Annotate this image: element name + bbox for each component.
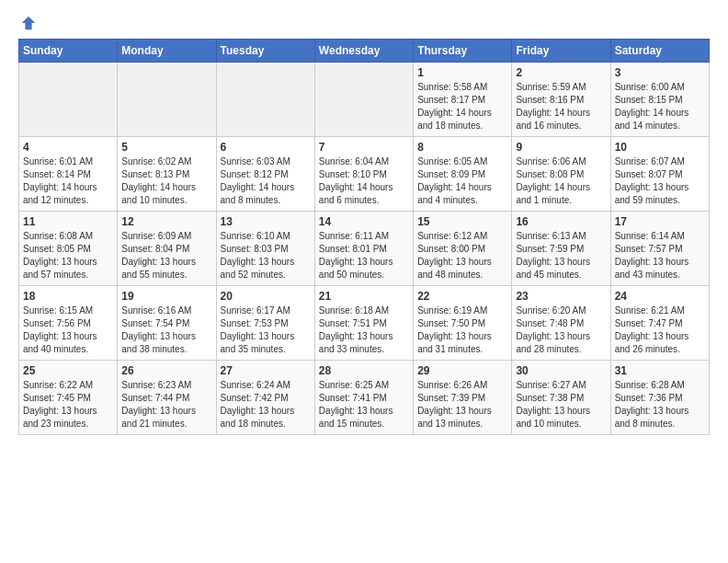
day-number: 28 — [319, 364, 409, 377]
calendar-cell: 16Sunrise: 6:13 AM Sunset: 7:59 PM Dayli… — [512, 212, 610, 286]
calendar-cell: 1Sunrise: 5:58 AM Sunset: 8:17 PM Daylig… — [414, 63, 512, 137]
weekday-header-wednesday: Wednesday — [314, 40, 413, 63]
day-number: 14 — [319, 215, 409, 228]
week-row-1: 1Sunrise: 5:58 AM Sunset: 8:17 PM Daylig… — [19, 63, 710, 137]
calendar-cell — [118, 63, 216, 137]
day-number: 15 — [417, 215, 507, 228]
day-number: 11 — [23, 215, 113, 228]
day-number: 6 — [221, 141, 311, 154]
calendar-cell: 25Sunrise: 6:22 AM Sunset: 7:45 PM Dayli… — [19, 361, 118, 435]
cell-info: Sunrise: 6:18 AM Sunset: 7:51 PM Dayligh… — [319, 304, 409, 356]
calendar-cell: 12Sunrise: 6:09 AM Sunset: 8:04 PM Dayli… — [118, 212, 216, 286]
day-number: 18 — [23, 290, 113, 303]
weekday-header-thursday: Thursday — [414, 40, 512, 63]
cell-info: Sunrise: 6:03 AM Sunset: 8:12 PM Dayligh… — [221, 155, 311, 207]
calendar-cell: 14Sunrise: 6:11 AM Sunset: 8:01 PM Dayli… — [314, 212, 413, 286]
cell-info: Sunrise: 6:28 AM Sunset: 7:36 PM Dayligh… — [615, 379, 705, 431]
cell-info: Sunrise: 6:14 AM Sunset: 7:57 PM Dayligh… — [615, 230, 705, 282]
day-number: 21 — [319, 290, 409, 303]
cell-info: Sunrise: 6:05 AM Sunset: 8:09 PM Dayligh… — [417, 155, 507, 207]
calendar-cell: 15Sunrise: 6:12 AM Sunset: 8:00 PM Dayli… — [414, 212, 512, 286]
calendar-cell: 6Sunrise: 6:03 AM Sunset: 8:12 PM Daylig… — [216, 137, 314, 212]
cell-info: Sunrise: 6:08 AM Sunset: 8:05 PM Dayligh… — [23, 230, 113, 282]
calendar-cell: 30Sunrise: 6:27 AM Sunset: 7:38 PM Dayli… — [512, 361, 610, 435]
day-number: 1 — [417, 66, 507, 79]
day-number: 2 — [516, 66, 606, 79]
day-number: 22 — [417, 290, 507, 303]
day-number: 4 — [23, 141, 113, 154]
day-number: 20 — [221, 290, 311, 303]
cell-info: Sunrise: 5:58 AM Sunset: 8:17 PM Dayligh… — [417, 81, 507, 132]
day-number: 17 — [615, 215, 705, 228]
weekday-header-saturday: Saturday — [610, 40, 709, 63]
week-row-5: 25Sunrise: 6:22 AM Sunset: 7:45 PM Dayli… — [19, 361, 710, 435]
cell-info: Sunrise: 6:25 AM Sunset: 7:41 PM Dayligh… — [319, 379, 409, 431]
weekday-header-sunday: Sunday — [19, 40, 118, 63]
cell-info: Sunrise: 6:13 AM Sunset: 7:59 PM Dayligh… — [516, 230, 606, 282]
cell-info: Sunrise: 6:19 AM Sunset: 7:50 PM Dayligh… — [417, 304, 507, 356]
calendar-cell: 22Sunrise: 6:19 AM Sunset: 7:50 PM Dayli… — [414, 286, 512, 361]
cell-info: Sunrise: 6:09 AM Sunset: 8:04 PM Dayligh… — [121, 230, 211, 282]
cell-info: Sunrise: 6:11 AM Sunset: 8:01 PM Dayligh… — [319, 230, 409, 282]
calendar-cell — [19, 63, 118, 137]
cell-info: Sunrise: 6:02 AM Sunset: 8:13 PM Dayligh… — [121, 155, 211, 207]
calendar-cell: 4Sunrise: 6:01 AM Sunset: 8:14 PM Daylig… — [19, 137, 118, 212]
calendar-cell: 24Sunrise: 6:21 AM Sunset: 7:47 PM Dayli… — [610, 286, 709, 361]
cell-info: Sunrise: 6:06 AM Sunset: 8:08 PM Dayligh… — [516, 155, 606, 207]
calendar-cell: 17Sunrise: 6:14 AM Sunset: 7:57 PM Dayli… — [610, 212, 709, 286]
cell-info: Sunrise: 6:15 AM Sunset: 7:56 PM Dayligh… — [23, 304, 113, 356]
cell-info: Sunrise: 6:20 AM Sunset: 7:48 PM Dayligh… — [516, 304, 606, 356]
calendar-cell: 31Sunrise: 6:28 AM Sunset: 7:36 PM Dayli… — [610, 361, 709, 435]
cell-info: Sunrise: 6:17 AM Sunset: 7:53 PM Dayligh… — [221, 304, 311, 356]
cell-info: Sunrise: 6:27 AM Sunset: 7:38 PM Dayligh… — [516, 379, 606, 431]
day-number: 30 — [516, 364, 606, 377]
calendar-cell: 2Sunrise: 5:59 AM Sunset: 8:16 PM Daylig… — [512, 63, 610, 137]
day-number: 8 — [417, 141, 507, 154]
day-number: 9 — [516, 141, 606, 154]
cell-info: Sunrise: 6:26 AM Sunset: 7:39 PM Dayligh… — [417, 379, 507, 431]
weekday-header-friday: Friday — [512, 40, 610, 63]
day-number: 12 — [121, 215, 211, 228]
calendar-cell: 9Sunrise: 6:06 AM Sunset: 8:08 PM Daylig… — [512, 137, 610, 212]
calendar-cell: 8Sunrise: 6:05 AM Sunset: 8:09 PM Daylig… — [414, 137, 512, 212]
calendar-table: SundayMondayTuesdayWednesdayThursdayFrid… — [18, 39, 710, 435]
calendar-cell: 27Sunrise: 6:24 AM Sunset: 7:42 PM Dayli… — [216, 361, 314, 435]
cell-info: Sunrise: 6:07 AM Sunset: 8:07 PM Dayligh… — [615, 155, 705, 207]
day-number: 5 — [121, 141, 211, 154]
day-number: 27 — [221, 364, 311, 377]
weekday-header-monday: Monday — [118, 40, 216, 63]
calendar-cell: 29Sunrise: 6:26 AM Sunset: 7:39 PM Dayli… — [414, 361, 512, 435]
day-number: 25 — [23, 364, 113, 377]
calendar-cell: 10Sunrise: 6:07 AM Sunset: 8:07 PM Dayli… — [610, 137, 709, 212]
calendar-cell — [314, 63, 413, 137]
day-number: 23 — [516, 290, 606, 303]
week-row-2: 4Sunrise: 6:01 AM Sunset: 8:14 PM Daylig… — [19, 137, 710, 212]
calendar-cell: 23Sunrise: 6:20 AM Sunset: 7:48 PM Dayli… — [512, 286, 610, 361]
cell-info: Sunrise: 6:00 AM Sunset: 8:15 PM Dayligh… — [615, 81, 705, 132]
day-number: 29 — [417, 364, 507, 377]
calendar-cell: 11Sunrise: 6:08 AM Sunset: 8:05 PM Dayli… — [19, 212, 118, 286]
day-number: 24 — [615, 290, 705, 303]
cell-info: Sunrise: 6:22 AM Sunset: 7:45 PM Dayligh… — [23, 379, 113, 431]
day-number: 31 — [615, 364, 705, 377]
weekday-header-tuesday: Tuesday — [216, 40, 314, 63]
calendar-cell: 13Sunrise: 6:10 AM Sunset: 8:03 PM Dayli… — [216, 212, 314, 286]
logo — [18, 15, 37, 31]
cell-info: Sunrise: 6:24 AM Sunset: 7:42 PM Dayligh… — [221, 379, 311, 431]
calendar-cell: 28Sunrise: 6:25 AM Sunset: 7:41 PM Dayli… — [314, 361, 413, 435]
day-number: 10 — [615, 141, 705, 154]
cell-info: Sunrise: 6:01 AM Sunset: 8:14 PM Dayligh… — [23, 155, 113, 207]
day-number: 13 — [221, 215, 311, 228]
calendar-cell: 3Sunrise: 6:00 AM Sunset: 8:15 PM Daylig… — [610, 63, 709, 137]
svg-marker-0 — [22, 17, 35, 29]
day-number: 3 — [615, 66, 705, 79]
header — [18, 15, 710, 31]
calendar-cell: 5Sunrise: 6:02 AM Sunset: 8:13 PM Daylig… — [118, 137, 216, 212]
cell-info: Sunrise: 6:04 AM Sunset: 8:10 PM Dayligh… — [319, 155, 409, 207]
logo-icon — [20, 15, 37, 31]
calendar-cell: 7Sunrise: 6:04 AM Sunset: 8:10 PM Daylig… — [314, 137, 413, 212]
cell-info: Sunrise: 6:10 AM Sunset: 8:03 PM Dayligh… — [221, 230, 311, 282]
cell-info: Sunrise: 6:12 AM Sunset: 8:00 PM Dayligh… — [417, 230, 507, 282]
calendar-cell: 21Sunrise: 6:18 AM Sunset: 7:51 PM Dayli… — [314, 286, 413, 361]
cell-info: Sunrise: 6:23 AM Sunset: 7:44 PM Dayligh… — [121, 379, 211, 431]
